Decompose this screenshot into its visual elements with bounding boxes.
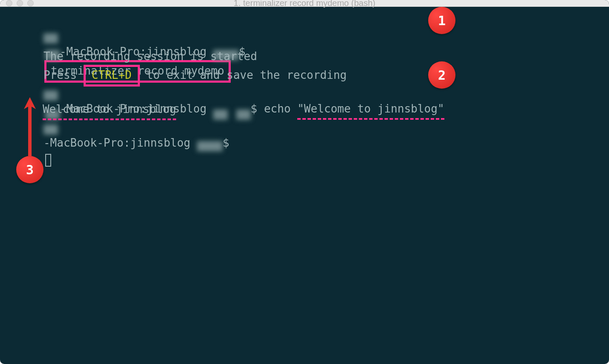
zoom-icon[interactable] [27,0,34,6]
terminal-window: 1. terminalizer record mydemo (bash) -Ma… [0,0,609,364]
titlebar: 1. terminalizer record mydemo (bash) [0,0,609,7]
callout-2: 2 [428,61,455,89]
callout-1: 1 [428,7,455,34]
cursor-icon [45,154,51,167]
callout-2-label: 2 [438,66,446,85]
callout-3-label: 3 [26,160,34,179]
prompt-dollar: $ [223,136,229,149]
echo-quote: "Welcome to jinnsblog" [297,102,444,115]
redacted-icon [236,110,251,120]
prompt-host: -MacBook-Pro:jinnsblog [44,136,197,149]
echo-pre: echo [257,102,297,115]
terminal-body[interactable]: -MacBook-Pro:jinnsblog $ terminalizer re… [0,7,609,364]
arrow-icon [22,97,39,161]
close-icon[interactable] [6,0,12,6]
window-controls [6,0,34,6]
redacted-icon [197,141,223,151]
minimize-icon[interactable] [17,0,23,6]
callout-1-label: 1 [438,11,446,30]
prompt-dollar: $ [251,102,258,115]
redacted-icon [44,124,58,135]
highlight-underline-echo: "Welcome to jinnsblog" [297,101,444,120]
